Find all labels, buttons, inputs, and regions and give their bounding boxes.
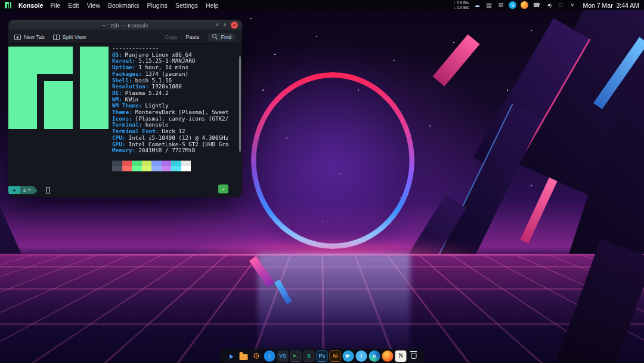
new-tab-icon	[14, 35, 21, 40]
up-arrow-icon: ↑	[454, 1, 456, 5]
color-swatch	[181, 161, 191, 166]
prompt-device-segment: ◆	[8, 186, 20, 194]
prompt-arrow	[34, 187, 38, 194]
color-swatch	[112, 161, 122, 166]
split-view-icon	[53, 35, 60, 40]
prompt-path-segment: ⌂ ~	[20, 186, 34, 194]
color-swatch	[181, 166, 191, 171]
menubar-item[interactable]: Settings	[175, 2, 198, 9]
menubar-item[interactable]: Bookmarks	[108, 2, 140, 9]
logo-block	[8, 47, 37, 129]
terminal-viewport[interactable]: -------------- OS:Manjaro Linux x86_64 K…	[8, 44, 242, 197]
check-icon: ✓	[222, 186, 225, 192]
down-arrow-icon: ↓	[454, 5, 456, 10]
neofetch-output: -------------- OS:Manjaro Linux x86_64 K…	[112, 45, 228, 154]
split-view-button[interactable]: Split View	[53, 34, 86, 40]
neofetch-info-line: Memory:2041MiB / 7727MiB	[112, 147, 228, 154]
color-swatch	[142, 161, 152, 166]
find-button[interactable]: Find	[208, 33, 236, 41]
window-title: ~ : zsh — Konsole	[8, 22, 242, 29]
system-tray: ☁ ▤ ⊞ S ☎	[473, 1, 576, 9]
titlebar-menu-chevron-icon[interactable]: ∨	[215, 23, 219, 27]
app-dock: ▲ ⚙ ↓ VS >_ S Ps	[221, 349, 424, 363]
color-swatch	[132, 166, 142, 171]
global-menubar: Konsole FileEditViewBookmarksPluginsSett…	[0, 0, 644, 10]
clock-widget[interactable]: Mon 7 Mar 3:44 AM	[583, 2, 639, 9]
app-menus: FileEditViewBookmarksPluginsSettingsHelp	[50, 2, 218, 9]
color-swatch	[112, 166, 122, 171]
palette-row-bright	[112, 166, 191, 171]
manjaro-app-icon[interactable]	[5, 2, 11, 8]
net-up-label: ↑ 0.0 B/s	[454, 1, 469, 5]
manjaro-ascii-logo	[8, 47, 109, 129]
neofetch-info-list: OS:Manjaro Linux x86_64 Kernel:5.15.25-1…	[112, 52, 228, 154]
network-speed-widget[interactable]: ↑ 0.0 B/s ↓ 0.0 B/s	[454, 1, 469, 10]
color-swatch	[171, 161, 181, 166]
neon-ring	[251, 72, 414, 249]
wallpaper-stars	[250, 18, 252, 19]
home-icon: ⌂	[23, 187, 26, 193]
active-app-name: Konsole	[18, 2, 43, 9]
paste-button[interactable]: Paste	[185, 34, 199, 40]
menubar-right: ↑ 0.0 B/s ↓ 0.0 B/s ☁ ▤ ⊞ S	[454, 1, 639, 10]
prompt-path: ~	[28, 187, 31, 193]
device-icon: ◆	[13, 187, 16, 193]
logo-block	[44, 81, 73, 129]
color-swatch	[162, 161, 172, 166]
menubar-item[interactable]: File	[50, 2, 60, 9]
ring-reflection	[258, 254, 410, 363]
command-success-badge: ✓	[218, 184, 228, 193]
konsole-window: ~ : zsh — Konsole ∨ ∧ × New Tab Split Vi…	[8, 20, 242, 197]
neofetch-info-line: CPU:Intel i5-10400 (12) @ 4.300GHz	[112, 135, 228, 141]
window-toolbar: New Tab Split View Copy Paste Find	[8, 31, 242, 44]
color-swatch	[171, 166, 181, 171]
close-button[interactable]: ×	[231, 21, 238, 29]
search-icon	[212, 34, 218, 40]
menubar-left: Konsole FileEditViewBookmarksPluginsSett…	[5, 2, 219, 9]
color-swatch	[162, 166, 172, 171]
color-swatch	[151, 166, 162, 171]
color-swatch	[132, 161, 142, 166]
color-swatch	[151, 161, 162, 166]
net-down-label: ↓ 0.0 B/s	[454, 5, 469, 10]
terminal-cursor	[46, 187, 50, 193]
menubar-item[interactable]: Edit	[68, 2, 79, 9]
terminal-color-palette	[112, 161, 191, 171]
palette-row-normal	[112, 161, 191, 166]
color-swatch	[122, 166, 132, 171]
menubar-item[interactable]: Help	[206, 2, 219, 9]
window-titlebar[interactable]: ~ : zsh — Konsole ∨ ∧ ×	[8, 20, 242, 31]
color-swatch	[122, 161, 132, 166]
terminal-scrollbar[interactable]	[239, 56, 241, 152]
menubar-item[interactable]: Plugins	[147, 2, 168, 9]
logo-block	[80, 47, 109, 129]
menubar-item[interactable]: View	[86, 2, 100, 9]
color-swatch	[142, 166, 152, 171]
copy-button[interactable]: Copy	[165, 34, 177, 40]
titlebar-maximize-icon[interactable]: ∧	[223, 23, 227, 27]
shell-prompt: ◆ ⌂ ~	[8, 186, 50, 194]
new-tab-button[interactable]: New Tab	[14, 34, 45, 40]
